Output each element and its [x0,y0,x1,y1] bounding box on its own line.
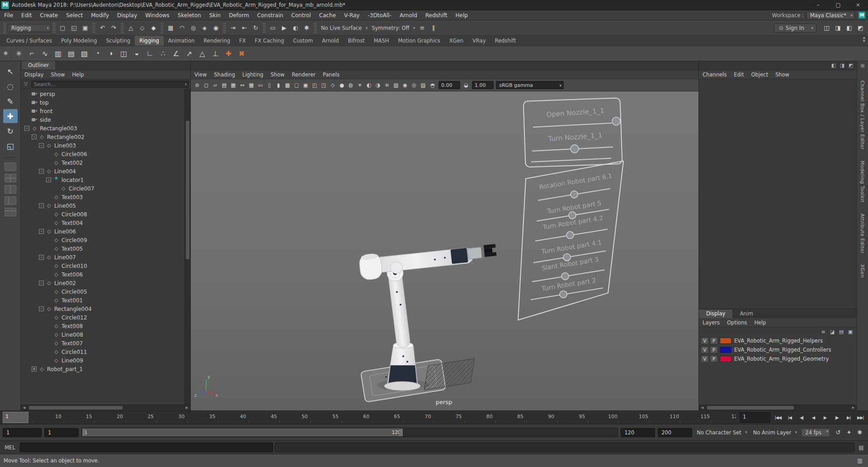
layer-playback-toggle[interactable]: P [710,346,718,353]
outliner-item[interactable]: Circle007 [21,184,184,193]
expand-toggle[interactable]: - [46,177,51,182]
colorspace-selector[interactable]: sRGB gamma [496,81,564,89]
play-backwards-button[interactable]: ◀ [807,412,819,423]
make-live-icon[interactable]: ◉ [211,23,221,33]
menubar-item[interactable]: Windows [141,10,174,20]
outliner-item[interactable]: - Line007 [21,253,184,262]
depth-of-field-icon[interactable]: ◉ [401,81,410,90]
smooth-shade-icon[interactable]: ● [337,81,346,90]
menubar-item[interactable]: Create [36,10,62,20]
shelf-tab[interactable]: Poly Modeling [57,36,102,46]
menubar-item[interactable]: Modify [87,10,113,20]
menubar-item[interactable]: Constrain [253,10,288,20]
outliner-item[interactable]: - Line002 [21,279,184,287]
menubar-item[interactable]: Redshift [421,10,452,20]
menubar-item[interactable]: Skeleton [174,10,205,20]
shadows-icon[interactable]: ◐ [364,81,373,90]
anim-layer-selector[interactable]: No Anim Layer [751,429,799,436]
resolution-gate-icon[interactable]: ▯ [265,81,274,90]
minimize-button[interactable]: – [808,0,828,10]
panel-menu-icon[interactable]: ◩ [847,62,854,69]
time-slider-track[interactable]: 5101520253035404550556065707580859095100… [3,412,736,423]
status-icon[interactable] [92,23,95,33]
expand-toggle[interactable]: - [24,126,29,131]
channel-box-menu-item[interactable]: Show [772,70,793,79]
live-surface-selector[interactable]: No Live Surface [318,24,369,32]
tool-settings-toggle-icon[interactable]: ◧ [844,23,854,33]
layer-editor-menu-item[interactable]: Help [750,318,769,327]
scroll-left-icon[interactable]: ◀ [21,405,28,410]
robot-part-knob[interactable] [571,191,578,198]
go-to-start-button[interactable]: |◀◀ [772,412,784,423]
ik-handle-tool-icon[interactable]: ⌐ [26,48,38,60]
script-editor-icon[interactable]: ▤ [856,443,866,453]
safe-title-icon[interactable]: ▣ [301,81,310,90]
channel-box-scrollbar-horizontal[interactable]: ◀ ▶ [699,405,857,410]
select-tool-button[interactable]: ↖ [3,64,18,78]
move-tool-button[interactable]: ✚ [3,109,18,123]
playback-range-bar[interactable]: 1 120 [82,429,403,436]
menu-set-selector[interactable]: Rigging [8,24,51,32]
outliner-item[interactable]: Text002 [21,158,184,167]
grip-handle[interactable] [52,23,56,33]
scroll-right-icon[interactable]: ▶ [850,405,857,410]
menubar-item[interactable]: Cache [315,10,340,20]
lock-camera-icon[interactable]: ◻ [202,81,211,90]
copy-skin-weights-icon[interactable]: ◫ [118,48,130,60]
mirror-control-icon[interactable]: ✖ [236,48,248,60]
orient-constraint-icon[interactable]: ∠ [170,48,182,60]
interactive-bind-skin-icon[interactable]: ▤ [65,48,77,60]
layer-row[interactable]: V P EVA_Robotic_Arm_Rigged_Controllers [699,345,857,354]
outliner-item[interactable]: Circle012 [21,313,184,322]
channel-box-menu-item[interactable]: Object [748,70,772,79]
time-playhead[interactable]: 1 [3,412,28,423]
safe-action-icon[interactable]: ▢ [292,81,301,90]
outliner-item[interactable]: Circle010 [21,262,184,270]
menubar-item[interactable]: V-Ray [340,10,363,20]
step-back-key-button[interactable]: ◀| [796,412,807,423]
render-settings-icon[interactable]: ✱ [302,23,312,33]
layer-editor-tab[interactable]: Anim [732,310,760,318]
animation-end-field[interactable]: 200 [658,428,692,437]
outliner-title[interactable]: Outliner [22,61,55,70]
add-layer-from-selected-button[interactable]: ▣ [847,328,854,335]
search-input[interactable]: Search... [31,81,189,88]
ik-spline-handle-icon[interactable]: ∿ [39,48,51,60]
motion-blur-icon[interactable]: ≋ [382,81,392,90]
shelf-tab[interactable]: Animation [164,36,199,46]
outliner-item[interactable]: Text007 [21,339,184,348]
playback-start-field[interactable]: 1 [44,428,79,437]
symmetry-selector[interactable]: Symmetry: Off [369,24,416,32]
smooth-skin-weights-icon[interactable]: ◒ [131,48,143,60]
expand-toggle[interactable]: - [39,203,44,208]
scale-tool-button[interactable]: ◱ [3,139,18,153]
layer-editor-display-icon[interactable]: ◨ [839,62,846,69]
status-icon[interactable] [160,23,164,33]
menubar-item[interactable]: Arnold [396,10,421,20]
snap-to-plane-icon[interactable]: ◈ [199,23,210,33]
status-icon[interactable] [263,23,266,33]
outliner-item[interactable]: + Robot_part_1 [21,365,184,373]
filter-icon[interactable]: ▽ [22,81,29,87]
nozzle-turn-knob[interactable] [571,145,579,153]
workspace-selector[interactable]: Maya Classic* [807,11,855,19]
shelf-tab[interactable]: Rendering [199,36,235,46]
outliner-item[interactable]: Text003 [21,193,184,201]
layer-row[interactable]: V P EVA_Robotic_Arm_Rigged_Helpers [699,336,857,345]
robot-part-knob[interactable] [566,232,574,239]
dock-panel-icon[interactable]: ⊞ [860,63,864,69]
fps-selector[interactable]: 24 fps [801,428,830,437]
redo-icon[interactable]: ↷ [108,23,119,33]
shelf-tab[interactable]: Redshift [490,36,520,46]
layer-color-swatch[interactable] [720,338,731,344]
shelf-tab[interactable]: Custom [288,36,317,46]
outliner-item[interactable]: Text004 [21,219,184,227]
input-connections-icon[interactable]: ⇥ [228,23,238,33]
undo-icon[interactable]: ↶ [97,23,108,33]
single-pane-layout-button[interactable] [5,162,16,171]
snap-to-point-icon[interactable]: ◎ [188,23,198,33]
field-chart-icon[interactable]: ▩ [283,81,292,90]
side-tab[interactable]: Modeling Toolkit [860,161,865,203]
raise-panels-icon[interactable]: ◫ [821,23,832,33]
nozzle-open-knob[interactable] [612,117,620,125]
